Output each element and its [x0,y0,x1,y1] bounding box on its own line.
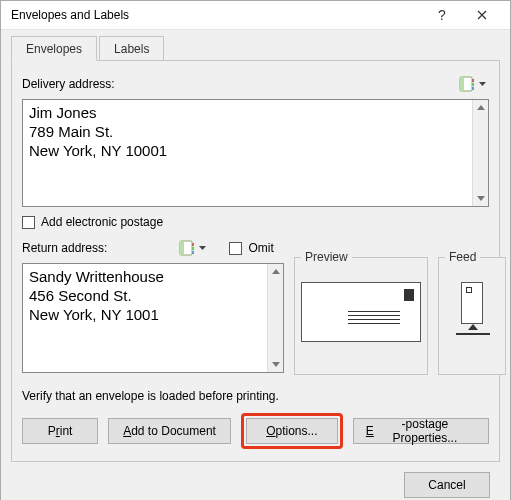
close-icon [477,10,487,20]
tab-strip: Envelopes Labels [11,36,500,61]
dialog-footer: Cancel [11,462,500,500]
svg-rect-6 [180,241,184,255]
electronic-postage-label: Add electronic postage [41,215,163,229]
delivery-address-field[interactable] [23,100,472,200]
return-address-book-button[interactable] [175,239,209,257]
verify-text: Verify that an envelope is loaded before… [22,389,489,403]
checkbox-icon [229,242,242,255]
return-address-field[interactable] [23,264,267,366]
address-book-icon [458,76,476,92]
feed-orientation-icon [461,282,483,324]
checkbox-icon [22,216,35,229]
svg-rect-2 [472,79,474,82]
return-address-label: Return address: [22,241,107,255]
preview-group[interactable]: Preview [294,257,428,375]
chevron-down-icon [479,82,486,87]
electronic-postage-checkbox[interactable]: Add electronic postage [22,215,489,229]
help-button[interactable]: ? [422,1,462,29]
svg-rect-7 [192,243,194,246]
address-book-icon [178,240,196,256]
envelope-preview-icon [301,282,421,342]
svg-rect-1 [460,77,464,91]
options-button[interactable]: Options... [246,418,338,444]
cancel-button[interactable]: Cancel [404,472,490,498]
tab-labels[interactable]: Labels [99,36,164,61]
delivery-address-field-wrap [22,99,489,207]
print-button[interactable]: Print [22,418,98,444]
titlebar: Envelopes and Labels ? [1,1,510,30]
preview-label: Preview [301,250,352,264]
scrollbar[interactable] [267,264,283,372]
delivery-address-label: Delivery address: [22,77,115,91]
close-button[interactable] [462,1,502,29]
dialog-body: Envelopes Labels Delivery address: Add e… [1,30,510,500]
envelopes-labels-dialog: Envelopes and Labels ? Envelopes Labels … [0,0,511,500]
return-address-field-wrap [22,263,284,373]
chevron-down-icon [199,246,206,251]
svg-rect-9 [192,251,194,254]
svg-rect-3 [472,83,474,86]
options-highlight: Options... [241,413,343,449]
e-postage-properties-button[interactable]: E-postage Properties... [353,418,489,444]
omit-checkbox[interactable]: Omit [248,241,273,255]
svg-rect-4 [472,87,474,90]
delivery-address-book-button[interactable] [455,75,489,93]
add-to-document-button[interactable]: Add to Document [108,418,231,444]
window-title: Envelopes and Labels [11,8,422,22]
delivery-header-row: Delivery address: [22,75,489,93]
tab-envelopes[interactable]: Envelopes [11,36,97,61]
feed-label: Feed [445,250,480,264]
button-row: Print Add to Document Options... E-posta… [22,413,489,449]
feed-group[interactable]: Feed [438,257,506,375]
scrollbar[interactable] [472,100,488,206]
return-header-row: Return address: Omit [22,239,284,257]
tab-page-envelopes: Delivery address: Add electronic postage [11,60,500,462]
svg-rect-8 [192,247,194,250]
